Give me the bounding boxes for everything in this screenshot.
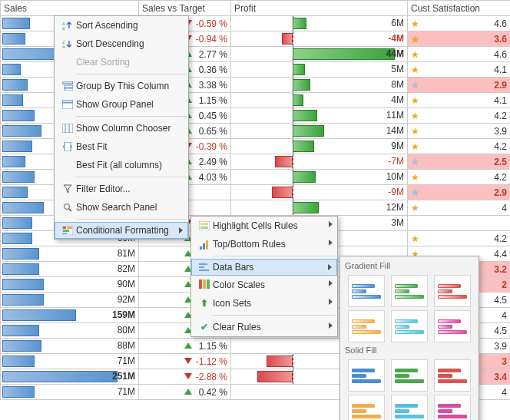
cell-profit[interactable]: 6M	[231, 16, 408, 31]
cell-svt[interactable]: 0.42 %	[139, 385, 231, 400]
submenu-highlight-cells[interactable]: Highlight Cells Rules	[191, 217, 337, 235]
cell-profit[interactable]: 11M	[231, 108, 408, 124]
databar-gradient-tile[interactable]	[434, 275, 471, 307]
profit-databar-pos	[293, 202, 319, 213]
databar-solid-tile[interactable]	[391, 359, 428, 392]
cell-profit[interactable]: 5M	[231, 62, 408, 78]
cell-profit[interactable]: 14M	[231, 124, 408, 139]
cell-sales[interactable]: 90M	[1, 277, 139, 293]
databar-solid-tile[interactable]	[348, 395, 385, 420]
cell-sales[interactable]: 251M	[1, 369, 139, 385]
cell-cs[interactable]: ★4.6	[408, 47, 511, 62]
submenu-data-bars[interactable]: Data Bars	[191, 259, 337, 276]
col-header-svt[interactable]: Sales vs Target	[139, 1, 231, 16]
cell-svt[interactable]: -1.12 %	[139, 354, 231, 369]
databar-gradient-tile[interactable]	[391, 275, 428, 307]
profit-value: 4M	[391, 94, 404, 105]
group-panel-icon	[59, 98, 76, 111]
cell-profit[interactable]: 12M	[231, 200, 408, 216]
col-header-profit[interactable]: Profit	[231, 1, 408, 16]
cell-profit[interactable]: 8M	[231, 78, 408, 93]
cell-cs[interactable]: ★2.9	[408, 185, 511, 200]
profit-axis	[293, 185, 293, 200]
submenu-icon-sets[interactable]: ⬆ Icon Sets	[191, 294, 337, 313]
cell-cs[interactable]: ★2.5	[408, 154, 511, 170]
sales-databar	[2, 156, 25, 167]
cs-value: 4.2	[494, 172, 507, 183]
databar-solid-tile[interactable]	[434, 359, 471, 392]
menu-best-fit-all[interactable]: Best Fit (all columns)	[55, 156, 188, 174]
databar-gradient-tile[interactable]	[348, 310, 385, 342]
databar-gradient-tile[interactable]	[434, 310, 471, 342]
cs-value: 2	[502, 279, 507, 290]
sales-databar	[2, 79, 28, 91]
cell-cs[interactable]: ★4.2	[408, 108, 511, 124]
cs-value: 4.6	[494, 49, 507, 60]
star-icon: ★	[411, 95, 419, 106]
cell-sales[interactable]: 81M	[1, 246, 139, 262]
cs-value: 3.9	[494, 341, 507, 352]
cell-cs[interactable]: ★3.6	[408, 31, 511, 47]
cell-profit[interactable]: 10M	[231, 170, 408, 185]
cell-profit[interactable]: 4M	[231, 93, 408, 108]
cell-sales[interactable]: 71M	[1, 385, 139, 400]
menu-sort-ascending[interactable]: AZ Sort Ascending	[55, 16, 188, 35]
cell-profit[interactable]: -9M	[231, 185, 408, 200]
sales-databar	[2, 33, 25, 45]
cell-sales[interactable]: 82M	[1, 262, 139, 277]
profit-axis	[293, 354, 293, 369]
cell-sales[interactable]: 80M	[1, 323, 139, 339]
cell-profit[interactable]: -7M	[231, 154, 408, 170]
databar-solid-tile[interactable]	[391, 395, 428, 420]
cell-cs[interactable]: ★4.6	[408, 16, 511, 31]
cell-svt[interactable]: -2.88 %	[139, 369, 231, 385]
svt-value: 4.03 %	[199, 172, 227, 183]
cell-profit[interactable]: 44M	[231, 47, 408, 62]
sales-databar	[2, 325, 39, 336]
cell-cs[interactable]: ★4.1	[408, 62, 511, 78]
menu-column-chooser[interactable]: Show Column Chooser	[55, 119, 188, 137]
svg-rect-7	[62, 100, 73, 103]
cell-cs[interactable]: ★4.1	[408, 93, 511, 108]
cell-sales[interactable]: 92M	[1, 293, 139, 308]
menu-conditional-formatting[interactable]: Conditional Formatting	[55, 222, 188, 239]
cell-cs[interactable]: ★3.9	[408, 124, 511, 139]
menu-label: Clear Rules	[213, 322, 261, 332]
menu-best-fit[interactable]: Best Fit	[55, 137, 188, 156]
menu-sort-descending[interactable]: ZA Sort Descending	[55, 35, 188, 53]
menu-group-by-column[interactable]: Group By This Column	[55, 77, 188, 95]
cell-sales[interactable]: 71M	[1, 354, 139, 369]
cell-profit[interactable]: 9M	[231, 139, 408, 154]
cell-cs[interactable]: ★4.2	[408, 231, 511, 246]
cell-cs[interactable]: ★4.2	[408, 170, 511, 185]
submenu-color-scales[interactable]: Color Scales	[191, 276, 337, 294]
cs-value: 4.1	[494, 64, 507, 75]
profit-databar-pos	[293, 18, 306, 29]
col-header-cs[interactable]: Cust Satisfaction	[408, 1, 511, 16]
cell-profit[interactable]: -4M	[231, 31, 408, 47]
profit-value: 44M	[386, 48, 404, 59]
cell-cs[interactable]	[408, 216, 511, 231]
data-bars-gallery[interactable]: Gradient Fill Solid Fill	[339, 256, 479, 420]
submenu-clear-rules[interactable]: ✔ Clear Rules	[191, 318, 337, 336]
databar-solid-tile[interactable]	[348, 359, 385, 392]
databar-gradient-tile[interactable]	[391, 310, 428, 342]
menu-filter-editor[interactable]: Filter Editor...	[55, 180, 188, 198]
cell-cs[interactable]: ★2.9	[408, 78, 511, 93]
submenu-top-bottom[interactable]: Top/Bottom Rules	[191, 235, 337, 253]
cell-cs[interactable]: ★4	[408, 200, 511, 216]
databar-gradient-tile[interactable]	[348, 275, 385, 307]
svt-value: 2.49 %	[199, 157, 227, 167]
cell-sales[interactable]: 88M	[1, 339, 139, 354]
conditional-formatting-submenu[interactable]: Highlight Cells Rules Top/Bottom Rules D…	[190, 216, 338, 337]
cell-sales[interactable]: 159M	[1, 308, 139, 323]
databar-solid-tile[interactable]	[434, 395, 471, 420]
chevron-right-icon	[329, 280, 333, 286]
menu-show-group-panel[interactable]: Show Group Panel	[55, 95, 188, 114]
cell-svt[interactable]: 1.15 %	[139, 339, 231, 354]
col-header-sales[interactable]: Sales	[1, 1, 139, 16]
menu-show-search-panel[interactable]: Show Search Panel	[55, 198, 188, 217]
column-context-menu[interactable]: AZ Sort Ascending ZA Sort Descending Cle…	[54, 15, 189, 240]
profit-databar-pos	[293, 94, 303, 106]
cell-cs[interactable]: ★4.2	[408, 139, 511, 154]
